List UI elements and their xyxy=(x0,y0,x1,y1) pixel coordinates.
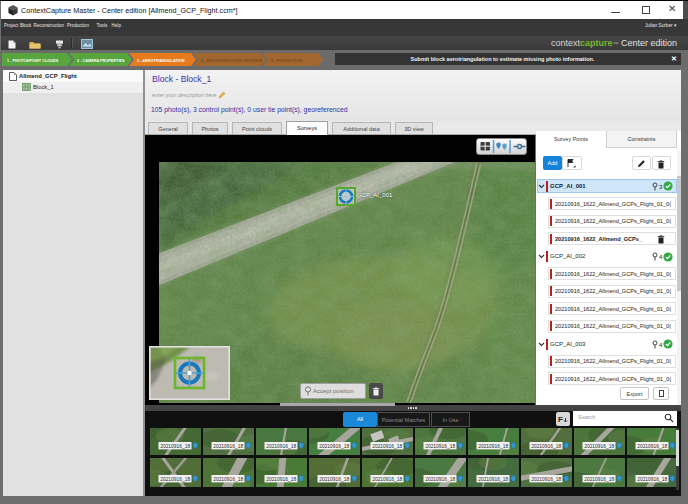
svg-text:20210916_18: 20210916_18 xyxy=(531,444,561,449)
svg-text:20210916_18: 20210916_18 xyxy=(531,477,561,482)
svg-text:20210916_18: 20210916_18 xyxy=(584,444,614,449)
svg-text:3 - AEROTRIANGULATION: 3 - AEROTRIANGULATION xyxy=(137,59,185,63)
svg-text:20210916_18: 20210916_18 xyxy=(478,444,508,449)
svg-text:20210916_18: 20210916_18 xyxy=(160,444,190,449)
svg-text:20210916_18: 20210916_18 xyxy=(213,444,243,449)
svg-text:20210916_18: 20210916_18 xyxy=(478,477,508,482)
svg-text:20210916_18: 20210916_18 xyxy=(319,477,349,482)
svg-text:20210916_18: 20210916_18 xyxy=(266,477,296,482)
svg-text:20210916_18: 20210916_18 xyxy=(266,444,296,449)
svg-text:20210916_18: 20210916_18 xyxy=(637,477,667,482)
svg-text:1 - PHOTOS/POINT CLOUDS: 1 - PHOTOS/POINT CLOUDS xyxy=(7,59,59,63)
svg-text:20210916_18: 20210916_18 xyxy=(425,444,455,449)
svg-text:5 - PRODUCTION: 5 - PRODUCTION xyxy=(271,59,302,63)
svg-text:20210916_18: 20210916_18 xyxy=(637,444,667,449)
svg-text:20210916_18: 20210916_18 xyxy=(425,477,455,482)
svg-text:20210916_18: 20210916_18 xyxy=(319,444,349,449)
svg-text:2 - CAMERA PROPERTIES: 2 - CAMERA PROPERTIES xyxy=(77,59,125,63)
svg-text:20210916_18: 20210916_18 xyxy=(584,477,614,482)
svg-text:20210916_18: 20210916_18 xyxy=(213,477,243,482)
svg-text:20210916_18: 20210916_18 xyxy=(372,444,402,449)
svg-text:20210916_18: 20210916_18 xyxy=(160,477,190,482)
svg-text:20210916_18: 20210916_18 xyxy=(372,477,402,482)
svg-text:F: F xyxy=(558,415,563,424)
svg-text:4 - RECONSTRUCTION SETTINGS: 4 - RECONSTRUCTION SETTINGS xyxy=(201,59,263,63)
